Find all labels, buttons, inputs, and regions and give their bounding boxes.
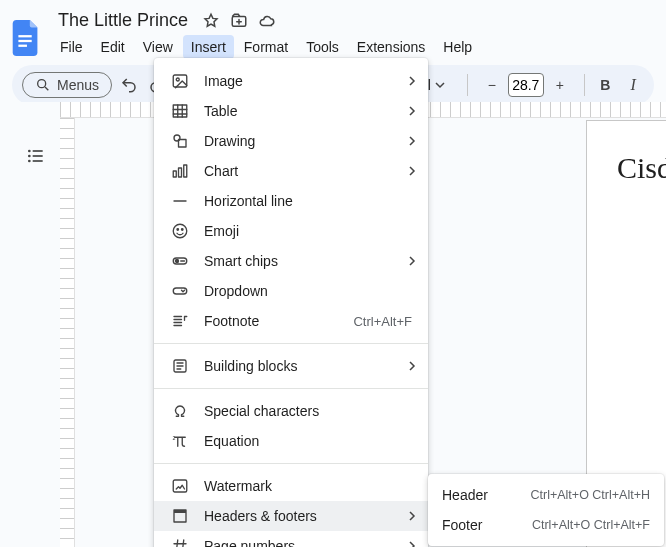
- insert-equation[interactable]: 2Equation: [154, 426, 428, 456]
- svg-rect-29: [174, 510, 186, 513]
- insert-emoji[interactable]: Emoji: [154, 216, 428, 246]
- bold-button[interactable]: B: [595, 71, 617, 99]
- svg-rect-24: [173, 288, 187, 294]
- svg-rect-16: [173, 171, 176, 177]
- ruler-vertical[interactable]: [60, 118, 75, 547]
- submenu-arrow-icon: [408, 106, 416, 116]
- submenu-arrow: [408, 166, 416, 176]
- svg-rect-10: [33, 160, 43, 162]
- menu-tools[interactable]: Tools: [298, 35, 347, 59]
- svg-point-19: [173, 224, 187, 238]
- menu-help[interactable]: Help: [435, 35, 480, 59]
- svg-rect-11: [173, 75, 187, 87]
- insert-image[interactable]: Image: [154, 66, 428, 96]
- submenu-arrow: [408, 106, 416, 116]
- submenu-arrow: [408, 256, 416, 266]
- insert-special-characters[interactable]: Special characters: [154, 396, 428, 426]
- headers-footers-footer[interactable]: FooterCtrl+Alt+O Ctrl+Alt+F: [428, 510, 664, 540]
- submenu-item-shortcut: Ctrl+Alt+O Ctrl+Alt+F: [532, 518, 650, 532]
- menu-item-shortcut: Ctrl+Alt+F: [353, 314, 412, 329]
- outline-toggle[interactable]: [20, 140, 52, 172]
- svg-text:2: 2: [173, 435, 176, 441]
- svg-rect-0: [18, 35, 31, 37]
- submenu-arrow: [408, 541, 416, 547]
- insert-drawing[interactable]: Drawing: [154, 126, 428, 156]
- svg-rect-1: [18, 39, 31, 41]
- font-size-increase[interactable]: +: [546, 71, 574, 99]
- app-root: The Little Prince File Edit View Insert …: [0, 0, 666, 547]
- insert-page-numbers[interactable]: Page numbers: [154, 531, 428, 547]
- insert-dropdown[interactable]: Dropdown: [154, 276, 428, 306]
- menus-search[interactable]: Menus: [22, 72, 112, 98]
- font-size-decrease[interactable]: −: [478, 71, 506, 99]
- search-icon: [35, 77, 51, 93]
- menu-item-label: Footnote: [204, 313, 259, 329]
- headers-icon-wrap: [170, 506, 190, 526]
- submenu-arrow-icon: [408, 511, 416, 521]
- insert-horizontal-line[interactable]: Horizontal line: [154, 186, 428, 216]
- italic-button[interactable]: I: [622, 71, 644, 99]
- font-size-group: − +: [478, 71, 574, 99]
- submenu-arrow-icon: [408, 256, 416, 266]
- menu-separator: [154, 463, 428, 464]
- hash-icon-wrap: [170, 536, 190, 547]
- blocks-icon-wrap: [170, 356, 190, 376]
- smartchips-icon-wrap: [170, 251, 190, 271]
- insert-table[interactable]: Table: [154, 96, 428, 126]
- menu-item-label: Drawing: [204, 133, 255, 149]
- svg-rect-2: [18, 44, 27, 46]
- star-icon[interactable]: [202, 12, 220, 30]
- submenu-item-label: Header: [442, 487, 488, 503]
- undo-icon: [120, 76, 138, 94]
- omega-icon-wrap: [170, 401, 190, 421]
- menu-file[interactable]: File: [52, 35, 91, 59]
- dropdown-icon-wrap: [170, 281, 190, 301]
- insert-watermark[interactable]: Watermark: [154, 471, 428, 501]
- menu-extensions[interactable]: Extensions: [349, 35, 433, 59]
- undo-button[interactable]: [118, 71, 140, 99]
- hr-icon: [171, 192, 189, 210]
- svg-point-9: [28, 160, 31, 163]
- move-icon[interactable]: [230, 12, 248, 30]
- menu-view[interactable]: View: [135, 35, 181, 59]
- svg-point-4: [38, 80, 46, 88]
- menu-format[interactable]: Format: [236, 35, 296, 59]
- font-size-input[interactable]: [508, 73, 544, 97]
- docs-logo[interactable]: [8, 19, 44, 55]
- menu-item-label: Equation: [204, 433, 259, 449]
- svg-point-12: [176, 78, 179, 81]
- menu-item-label: Emoji: [204, 223, 239, 239]
- menu-edit[interactable]: Edit: [93, 35, 133, 59]
- footnote-icon: [171, 312, 189, 330]
- pi-icon: 2: [171, 432, 189, 450]
- cloud-icon[interactable]: [258, 12, 276, 30]
- menus-search-label: Menus: [57, 77, 99, 93]
- insert-footnote[interactable]: FootnoteCtrl+Alt+F: [154, 306, 428, 336]
- menu-separator: [154, 343, 428, 344]
- table-icon-wrap: [170, 101, 190, 121]
- headers-footers-header[interactable]: HeaderCtrl+Alt+O Ctrl+Alt+H: [428, 480, 664, 510]
- drawing-icon-wrap: [170, 131, 190, 151]
- insert-building-blocks[interactable]: Building blocks: [154, 351, 428, 381]
- menu-separator: [154, 388, 428, 389]
- document-title[interactable]: The Little Prince: [52, 8, 194, 33]
- menu-item-label: Horizontal line: [204, 193, 293, 209]
- insert-headers-footers[interactable]: Headers & footers: [154, 501, 428, 531]
- menu-item-label: Smart chips: [204, 253, 278, 269]
- menu-item-label: Watermark: [204, 478, 272, 494]
- menu-item-label: Chart: [204, 163, 238, 179]
- menu-insert[interactable]: Insert: [183, 35, 234, 59]
- insert-smart-chips[interactable]: Smart chips: [154, 246, 428, 276]
- image-icon-wrap: [170, 71, 190, 91]
- svg-point-20: [177, 229, 179, 231]
- svg-rect-17: [179, 168, 182, 177]
- submenu-arrow-icon: [408, 166, 416, 176]
- pi-icon-wrap: 2: [170, 431, 190, 451]
- image-icon: [171, 72, 189, 90]
- chart-icon: [171, 162, 189, 180]
- blocks-icon: [171, 357, 189, 375]
- svg-rect-18: [184, 165, 187, 177]
- menu-item-label: Page numbers: [204, 538, 295, 547]
- headers-footers-submenu: HeaderCtrl+Alt+O Ctrl+Alt+HFooterCtrl+Al…: [428, 474, 664, 546]
- insert-chart[interactable]: Chart: [154, 156, 428, 186]
